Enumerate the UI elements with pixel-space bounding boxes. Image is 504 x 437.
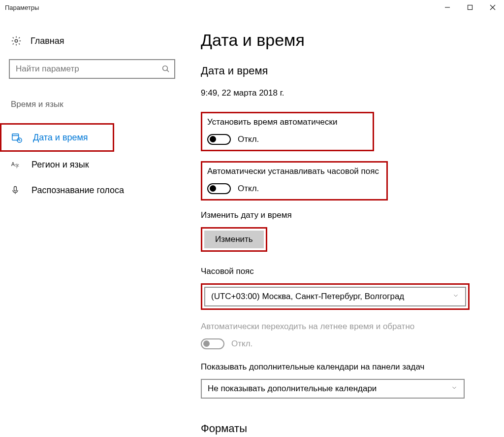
highlight-auto-tz: Автоматически устанавливать часовой пояс… <box>201 161 388 201</box>
formats-title: Форматы <box>201 422 470 435</box>
nav-region-language[interactable]: A 字 Регион и язык <box>0 152 181 177</box>
current-datetime: 9:49, 22 марта 2018 г. <box>201 88 470 98</box>
nav-item-label: Дата и время <box>33 133 88 143</box>
svg-rect-1 <box>468 5 472 10</box>
search-icon <box>158 65 174 73</box>
extra-cal-label: Показывать дополнительные календари на п… <box>201 362 470 372</box>
tz-select[interactable]: (UTC+03:00) Москва, Санкт-Петербург, Вол… <box>204 287 466 306</box>
titlebar: Параметры <box>0 0 504 15</box>
auto-tz-label: Автоматически устанавливать часовой пояс <box>207 167 381 176</box>
nav-item-label: Регион и язык <box>32 160 89 170</box>
nav-home-label: Главная <box>31 36 64 46</box>
auto-time-state: Откл. <box>238 134 259 144</box>
close-button[interactable] <box>481 0 504 15</box>
auto-time-label: Установить время автоматически <box>207 117 368 127</box>
page-title: Дата и время <box>201 31 470 50</box>
change-button[interactable]: Изменить <box>204 231 264 248</box>
highlight-change-button: Изменить <box>201 227 267 252</box>
maximize-button[interactable] <box>459 0 481 15</box>
dst-state: Откл. <box>231 339 252 349</box>
gear-icon <box>11 35 22 46</box>
nav-speech[interactable]: Распознавание голоса <box>0 177 181 203</box>
search-field[interactable] <box>10 64 158 74</box>
highlight-auto-time: Установить время автоматически Откл. <box>201 112 374 151</box>
change-dt-label: Изменить дату и время <box>201 210 470 220</box>
language-icon: A 字 <box>10 160 21 169</box>
window-title: Параметры <box>5 4 39 11</box>
nav-item-label: Распознавание голоса <box>32 185 124 196</box>
dst-toggle <box>201 338 224 349</box>
svg-point-5 <box>163 66 168 71</box>
nav-home[interactable]: Главная <box>9 31 181 48</box>
svg-line-6 <box>167 70 169 72</box>
microphone-icon <box>10 185 21 195</box>
tz-value: (UTC+03:00) Москва, Санкт-Петербург, Вол… <box>211 292 404 302</box>
auto-tz-state: Откл. <box>238 184 259 194</box>
search-input[interactable] <box>9 59 175 79</box>
dst-label: Автоматически переходить на летнее время… <box>201 322 470 332</box>
sidebar: Главная Время и язык <box>0 31 181 437</box>
extra-cal-value: Не показывать дополнительные календари <box>208 384 377 394</box>
tz-label: Часовой пояс <box>201 267 470 276</box>
svg-point-4 <box>15 39 18 42</box>
calendar-clock-icon <box>11 132 22 143</box>
main-content: Дата и время Дата и время 9:49, 22 марта… <box>181 31 504 437</box>
chevron-down-icon <box>452 292 459 302</box>
sidebar-section-label: Время и язык <box>9 100 181 109</box>
auto-time-toggle[interactable] <box>207 134 231 145</box>
highlight-tz-select: (UTC+03:00) Москва, Санкт-Петербург, Вол… <box>201 283 470 310</box>
svg-rect-14 <box>14 187 17 191</box>
extra-cal-select[interactable]: Не показывать дополнительные календари <box>201 379 465 399</box>
nav-date-time[interactable]: Дата и время <box>1 125 113 150</box>
svg-line-11 <box>20 140 21 141</box>
chevron-down-icon <box>451 384 458 394</box>
minimize-button[interactable] <box>436 0 459 15</box>
nav: Дата и время A 字 Регион и язык <box>0 123 181 203</box>
auto-tz-toggle[interactable] <box>207 183 231 194</box>
svg-text:字: 字 <box>15 164 19 168</box>
section-title: Дата и время <box>201 65 470 77</box>
